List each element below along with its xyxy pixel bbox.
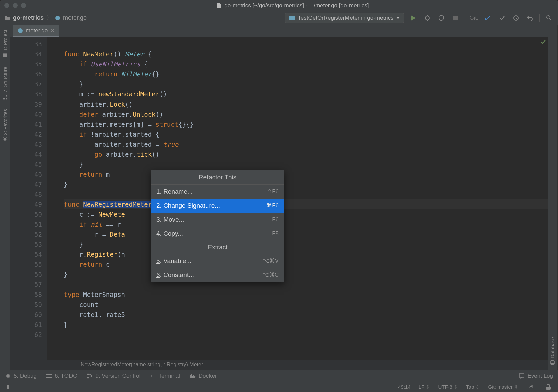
code-line[interactable]: return c <box>64 259 548 269</box>
code-line[interactable]: func NewRegisteredMeter(name string, r R… <box>64 199 548 209</box>
run-configuration-selector[interactable]: TestGetOrRegisterMeter in go-metrics <box>285 13 404 23</box>
maximize-icon[interactable] <box>21 3 26 8</box>
lock-icon[interactable] <box>544 382 553 392</box>
line-number[interactable]: 42 <box>10 129 42 139</box>
line-number[interactable]: 62 <box>10 330 42 340</box>
editor-breadcrumb[interactable]: NewRegisteredMeter(name string, r Regist… <box>10 360 548 370</box>
code-area[interactable]: func NewMeter() Meter { if UseNilMetrics… <box>61 37 548 360</box>
code-line[interactable]: if !arbiter.started { <box>64 129 548 139</box>
line-number[interactable]: 38 <box>10 89 42 99</box>
code-line[interactable]: rate1, rate5 <box>64 310 548 320</box>
line-number[interactable]: 61 <box>10 320 42 330</box>
line-number[interactable]: 50 <box>10 209 42 219</box>
code-line[interactable]: } <box>64 269 548 279</box>
tool-favorites[interactable]: 2: Favorites <box>0 108 10 143</box>
refactor-option-constant[interactable]: 6. Constant...⌥⌘C <box>151 268 284 282</box>
line-number[interactable]: 60 <box>10 310 42 320</box>
code-line[interactable] <box>64 189 548 199</box>
code-line[interactable]: func NewMeter() Meter { <box>64 49 548 59</box>
line-number[interactable]: 53 <box>10 239 42 249</box>
line-number[interactable]: 33 <box>10 39 42 49</box>
tab-meter-go[interactable]: meter.go ✕ <box>13 25 59 37</box>
fold-strip[interactable] <box>47 37 61 360</box>
search-button[interactable] <box>544 13 554 23</box>
code-line[interactable]: } <box>64 159 548 169</box>
status-git-branch[interactable]: Git: master ⇕ <box>488 384 518 390</box>
refactor-option-change-signature[interactable]: 2. Change Signature...⌘F6 <box>151 199 284 213</box>
line-number-gutter[interactable]: 3334353637383940414243444546474849505152… <box>10 37 47 360</box>
line-number[interactable]: 58 <box>10 289 42 300</box>
code-line[interactable]: } <box>64 79 548 89</box>
titlebar[interactable]: go-metrics [~/go/src/go-metrics] - .../m… <box>0 0 558 11</box>
debug-button[interactable] <box>423 13 432 23</box>
status-encoding[interactable]: UTF-8 ⇕ <box>438 384 458 390</box>
line-number[interactable]: 35 <box>10 59 42 69</box>
line-number[interactable]: 41 <box>10 119 42 129</box>
line-number[interactable]: 37 <box>10 79 42 89</box>
code-line[interactable] <box>64 279 548 289</box>
refactor-option-variable[interactable]: 5. Variable...⌥⌘V <box>151 254 284 268</box>
status-caret-position[interactable]: 49:14 <box>398 384 411 390</box>
line-number[interactable]: 48 <box>10 189 42 199</box>
tool-docker[interactable]: Docker <box>189 373 217 379</box>
code-line[interactable]: r = Defa <box>64 229 548 239</box>
event-log[interactable]: Event Log <box>519 373 553 379</box>
refactor-option-copy[interactable]: 4. Copy...F5 <box>151 227 284 241</box>
line-number[interactable]: 55 <box>10 259 42 269</box>
line-number[interactable]: 45 <box>10 159 42 169</box>
line-number[interactable]: 36 <box>10 69 42 79</box>
vcs-revert-button[interactable] <box>525 13 535 23</box>
tool-structure[interactable]: 7: Structure <box>0 65 10 101</box>
coverage-button[interactable] <box>437 13 446 23</box>
line-number[interactable]: 57 <box>10 279 42 289</box>
code-line[interactable]: r.Register(n <box>64 249 548 259</box>
tool-version-control[interactable]: 9: Version Control <box>87 373 140 379</box>
line-number[interactable]: 49 <box>10 199 42 209</box>
code-line[interactable]: arbiter.started = true <box>64 139 548 149</box>
line-number[interactable]: 51 <box>10 219 42 229</box>
code-line[interactable]: c := NewMete <box>64 209 548 219</box>
run-button[interactable] <box>409 13 418 23</box>
line-number[interactable]: 34 <box>10 49 42 59</box>
line-number[interactable]: 40 <box>10 109 42 119</box>
line-number[interactable]: 54 <box>10 249 42 259</box>
tool-project[interactable]: 1: Project <box>0 28 10 59</box>
code-line[interactable]: arbiter.Lock() <box>64 99 548 109</box>
code-line[interactable]: arbiter.meters[m] = struct{}{} <box>64 119 548 129</box>
code-line[interactable]: m := newStandardMeter() <box>64 89 548 99</box>
tool-todo[interactable]: 6: TODO <box>46 373 77 379</box>
code-line[interactable]: type MeterSnapsh <box>64 289 548 300</box>
vcs-commit-button[interactable] <box>497 13 507 23</box>
line-number[interactable]: 52 <box>10 229 42 239</box>
line-number[interactable]: 39 <box>10 99 42 109</box>
code-editor[interactable]: 3334353637383940414243444546474849505152… <box>10 37 548 360</box>
tool-windows-toggle[interactable] <box>5 382 14 392</box>
tool-database[interactable]: Database <box>548 336 557 366</box>
refactor-option-rename[interactable]: 1. Rename...⇧F6 <box>151 185 284 199</box>
status-line-separator[interactable]: LF ⇕ <box>419 384 430 390</box>
breadcrumb[interactable]: go-metrics 〉 meter.go <box>4 14 87 22</box>
ide-settings-button[interactable] <box>526 382 536 392</box>
code-line[interactable]: if UseNilMetrics { <box>64 59 548 69</box>
code-line[interactable]: return m <box>64 169 548 179</box>
line-number[interactable]: 46 <box>10 169 42 179</box>
code-line[interactable]: if nil == r <box>64 219 548 229</box>
close-icon[interactable]: ✕ <box>50 28 55 34</box>
line-number[interactable]: 43 <box>10 139 42 149</box>
close-icon[interactable] <box>4 3 9 8</box>
code-line[interactable]: defer arbiter.Unlock() <box>64 109 548 119</box>
code-line[interactable]: count <box>64 300 548 310</box>
line-number[interactable]: 56 <box>10 269 42 279</box>
code-line[interactable] <box>64 39 548 49</box>
code-line[interactable] <box>64 330 548 340</box>
code-line[interactable]: } <box>64 239 548 249</box>
refactor-option-move[interactable]: 3. Move...F6 <box>151 213 284 227</box>
code-line[interactable]: } <box>64 179 548 189</box>
minimize-icon[interactable] <box>13 3 18 8</box>
line-number[interactable]: 47 <box>10 179 42 189</box>
vcs-update-button[interactable] <box>483 13 493 23</box>
line-number[interactable]: 59 <box>10 300 42 310</box>
code-line[interactable]: go arbiter.tick() <box>64 149 548 159</box>
status-indent[interactable]: Tab ⇕ <box>466 384 480 390</box>
stop-button[interactable] <box>451 13 460 23</box>
